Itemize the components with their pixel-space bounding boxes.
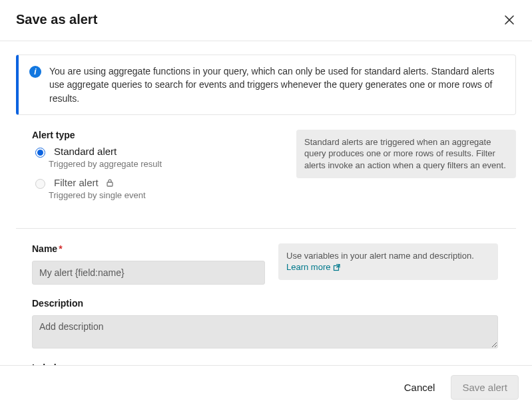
required-asterisk: * <box>59 243 62 254</box>
cancel-button[interactable]: Cancel <box>401 376 438 398</box>
dialog-content: i You are using aggregate functions in y… <box>0 41 532 366</box>
close-button[interactable] <box>503 13 516 27</box>
info-icon: i <box>29 66 41 78</box>
name-label-text: Name <box>32 243 57 254</box>
lock-icon <box>105 178 115 188</box>
radio-standard-label: Standard alert <box>54 146 117 157</box>
dialog-title: Save as alert <box>16 12 97 27</box>
description-label: Description <box>32 298 516 309</box>
alert-type-label: Alert type <box>32 130 283 140</box>
save-alert-button[interactable]: Save alert <box>451 375 519 400</box>
close-icon <box>505 15 514 25</box>
dialog-header: Save as alert <box>0 0 532 41</box>
alert-type-section: Alert type Standard alert Triggered by a… <box>16 130 516 208</box>
name-label: Name* <box>32 243 265 254</box>
divider <box>16 228 516 229</box>
external-link-icon <box>333 263 341 271</box>
radio-standard-sub: Triggered by aggregate result <box>49 159 283 169</box>
dialog-footer: Cancel Save alert <box>0 365 532 409</box>
description-input[interactable] <box>32 315 498 348</box>
radio-filter-sub: Triggered by single event <box>49 190 283 200</box>
learn-more-text: Learn more <box>286 261 330 273</box>
radio-standard-alert[interactable]: Standard alert <box>32 146 283 158</box>
name-hint-text: Use variables in your alert name and des… <box>286 251 474 261</box>
alert-type-hint: Standard alerts are triggered when an ag… <box>296 130 516 178</box>
name-input[interactable] <box>32 261 265 285</box>
learn-more-link[interactable]: Learn more <box>286 261 341 273</box>
radio-filter-alert: Filter alert <box>32 177 283 189</box>
radio-standard-input[interactable] <box>35 148 45 158</box>
svg-rect-0 <box>107 182 113 186</box>
name-hint: Use variables in your alert name and des… <box>278 243 498 280</box>
description-row: Description <box>16 298 516 350</box>
info-banner: i You are using aggregate functions in y… <box>16 55 516 115</box>
info-text: You are using aggregate functions in you… <box>49 65 505 105</box>
radio-filter-input <box>35 179 45 189</box>
name-row: Name* Use variables in your alert name a… <box>16 243 516 285</box>
radio-filter-label: Filter alert <box>54 177 99 188</box>
